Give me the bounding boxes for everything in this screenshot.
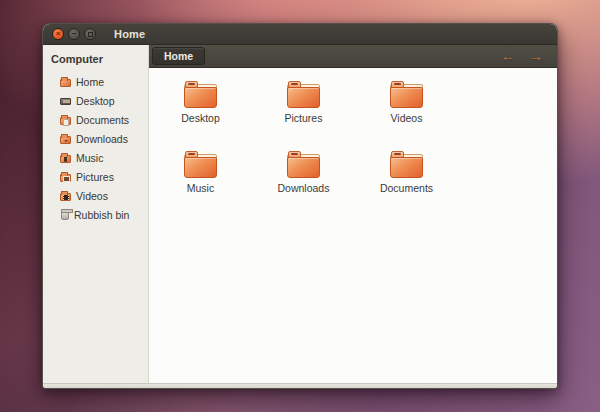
window-title: Home (114, 28, 145, 40)
folder-body (390, 157, 423, 178)
folder-tab-stripe (188, 83, 195, 85)
folder-body (184, 87, 217, 108)
folder-tab-stripe (188, 153, 195, 155)
sidebar-item-label: Home (76, 76, 104, 88)
folder-label: Videos (391, 112, 423, 124)
folder-tab-stripe (394, 153, 401, 155)
folder-item-downloads[interactable]: Downloads (252, 149, 355, 219)
folder-tab-stripe (291, 83, 298, 85)
sidebar-item-pictures[interactable]: Pictures (43, 167, 148, 186)
folder-tab-stripe (291, 153, 298, 155)
folder-item-music[interactable]: Music (149, 149, 252, 219)
toolbar: Home ← → (149, 45, 557, 68)
pictures-folder-icon (60, 174, 71, 182)
folder-item-documents[interactable]: Documents (355, 149, 458, 219)
minimize-icon: − (72, 30, 77, 38)
folder-label: Music (187, 182, 214, 194)
sidebar-item-label: Videos (76, 190, 108, 202)
maximize-button[interactable] (84, 28, 96, 40)
places-sidebar: Computer Home Desktop Documents Download… (43, 45, 149, 383)
folder-label: Documents (380, 182, 433, 194)
home-folder-icon (60, 79, 71, 87)
folder-body (287, 87, 320, 108)
sidebar-item-downloads[interactable]: Downloads (43, 129, 148, 148)
window-bottom-edge[interactable] (43, 383, 557, 388)
folder-body (184, 157, 217, 178)
folder-item-videos[interactable]: Videos (355, 79, 458, 149)
sidebar-header: Computer (43, 51, 148, 72)
sidebar-item-desktop[interactable]: Desktop (43, 91, 148, 110)
window-body: Computer Home Desktop Documents Download… (43, 45, 557, 383)
folder-icon (184, 151, 217, 178)
folder-label: Desktop (181, 112, 220, 124)
music-folder-icon (60, 155, 71, 163)
folder-icon (184, 81, 217, 108)
folder-item-pictures[interactable]: Pictures (252, 79, 355, 149)
videos-folder-icon (60, 193, 71, 201)
back-icon[interactable]: ← (497, 49, 519, 63)
breadcrumb-home-button[interactable]: Home (152, 47, 205, 66)
documents-folder-icon (60, 117, 71, 125)
folder-label: Downloads (278, 182, 330, 194)
sidebar-item-home[interactable]: Home (43, 72, 148, 91)
close-icon: × (56, 30, 61, 38)
folder-icon (390, 81, 423, 108)
sidebar-item-label: Music (76, 152, 103, 164)
folder-view[interactable]: Desktop Pictures (149, 68, 557, 383)
sidebar-item-music[interactable]: Music (43, 148, 148, 167)
folder-body (390, 87, 423, 108)
close-button[interactable]: × (52, 28, 64, 40)
sidebar-item-videos[interactable]: Videos (43, 186, 148, 205)
main-pane: Home ← → Desktop (149, 45, 557, 383)
sidebar-item-documents[interactable]: Documents (43, 110, 148, 129)
sidebar-item-label: Downloads (76, 133, 128, 145)
maximize-icon (88, 32, 93, 37)
sidebar-item-label: Pictures (76, 171, 114, 183)
folder-tab-stripe (394, 83, 401, 85)
folder-label: Pictures (285, 112, 323, 124)
sidebar-item-label: Rubbish bin (74, 209, 129, 221)
forward-icon[interactable]: → (525, 49, 547, 63)
downloads-folder-icon (60, 136, 71, 144)
file-manager-window: × − Home Computer Home Desktop Documents (42, 23, 558, 389)
rubbish-bin-icon (61, 210, 69, 220)
folder-body (287, 157, 320, 178)
minimize-button[interactable]: − (68, 28, 80, 40)
sidebar-item-label: Documents (76, 114, 129, 126)
desktop-icon (60, 98, 71, 105)
sidebar-item-rubbish-bin[interactable]: Rubbish bin (43, 205, 148, 224)
sidebar-item-label: Desktop (76, 95, 115, 107)
folder-icon (287, 151, 320, 178)
folder-item-desktop[interactable]: Desktop (149, 79, 252, 149)
titlebar[interactable]: × − Home (43, 24, 557, 45)
folder-icon (390, 151, 423, 178)
folder-icon (287, 81, 320, 108)
folder-grid: Desktop Pictures (149, 79, 557, 219)
